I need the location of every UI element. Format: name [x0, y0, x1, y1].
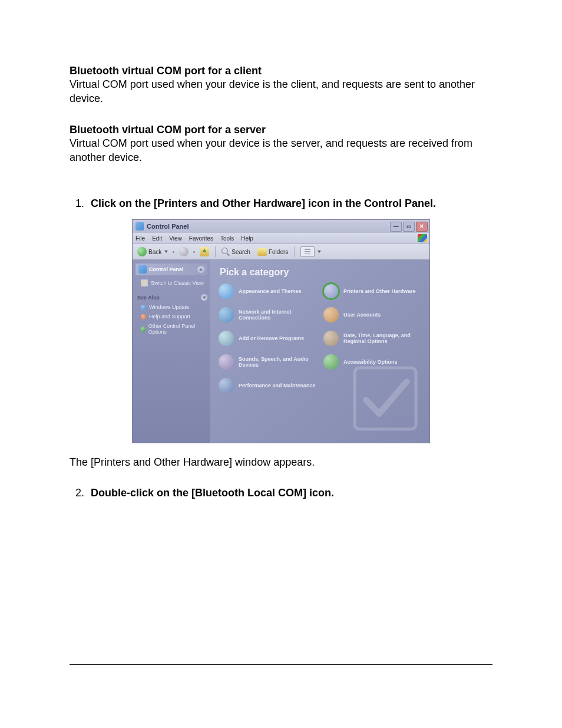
windows-update-icon — [141, 305, 146, 310]
category-add-remove-programs[interactable]: Add or Remove Programs — [219, 331, 319, 346]
sidebar: Control Panel Switch to Classic View See… — [133, 260, 210, 443]
toolbar-separator-dot — [173, 251, 174, 253]
category-sounds-speech-audio[interactable]: Sounds, Speech, and Audio Devices — [219, 354, 319, 370]
section-body-client: Virtual COM port used when your device i… — [70, 77, 492, 106]
back-button[interactable]: Back — [135, 246, 170, 258]
folders-label: Folders — [269, 249, 288, 255]
step-1-text: Click on the [Printers and Other Hardwar… — [91, 197, 436, 209]
menu-tools[interactable]: Tools — [220, 235, 234, 242]
category-performance-maintenance[interactable]: Performance and Maintenance — [219, 378, 319, 393]
footer-rule — [70, 664, 492, 665]
sidebar-item-label: Windows Update — [149, 304, 189, 310]
switch-view-label: Switch to Classic View — [151, 280, 204, 286]
date-time-icon — [323, 331, 339, 346]
toolbar: Back Search Folders — [133, 243, 429, 260]
collapse-icon[interactable] — [197, 266, 204, 273]
category-accessibility-options[interactable]: Accessibility Options — [323, 354, 424, 370]
performance-icon — [219, 378, 234, 393]
sidebar-item-label: Help and Support — [149, 314, 190, 319]
category-user-accounts[interactable]: User Accounts — [323, 307, 424, 322]
search-icon — [222, 248, 230, 256]
folders-button[interactable]: Folders — [255, 247, 290, 257]
network-icon — [219, 307, 234, 322]
section-heading-server: Bluetooth virtual COM port for a server — [70, 124, 492, 136]
category-label: Date, Time, Language, and Regional Optio… — [343, 332, 424, 344]
search-label: Search — [232, 249, 250, 255]
appearance-icon — [219, 284, 234, 299]
menu-favorites[interactable]: Favorites — [189, 235, 213, 242]
category-label: Sounds, Speech, and Audio Devices — [239, 356, 319, 368]
menubar: File Edit View Favorites Tools Help — [133, 233, 429, 243]
search-button[interactable]: Search — [219, 246, 253, 257]
control-panel-icon — [135, 222, 144, 230]
control-panel-window: Control Panel — ▭ ✕ File Edit View Favor… — [132, 219, 430, 443]
help-support-icon — [141, 314, 146, 319]
sidebar-header-label: Control Panel — [149, 266, 184, 272]
sidebar-switch-classic[interactable]: Switch to Classic View — [133, 278, 210, 288]
sidebar-see-also-header: See Also — [137, 294, 207, 301]
category-appearance-themes[interactable]: Appearance and Themes — [219, 284, 319, 299]
category-label: Printers and Other Hardware — [343, 288, 416, 294]
minimize-button[interactable]: — — [390, 222, 402, 232]
step-2: Double-click on the [Bluetooth Local COM… — [87, 487, 492, 499]
category-label: Appearance and Themes — [239, 288, 302, 294]
window-title: Control Panel — [147, 223, 189, 230]
add-remove-icon — [219, 331, 234, 346]
menu-edit[interactable]: Edit — [152, 235, 162, 242]
sidebar-item-label: Other Control Panel Options — [148, 323, 206, 335]
other-options-icon — [141, 327, 146, 332]
toolbar-separator — [215, 246, 216, 257]
close-button[interactable]: ✕ — [416, 222, 428, 232]
back-icon — [137, 247, 147, 256]
back-dropdown-icon — [164, 251, 168, 253]
forward-icon — [179, 247, 189, 256]
sidebar-item-help-support[interactable]: Help and Support — [133, 312, 210, 321]
category-printers-hardware[interactable]: Printers and Other Hardware — [323, 284, 424, 299]
menu-help[interactable]: Help — [241, 235, 253, 242]
sidebar-header-control-panel[interactable]: Control Panel — [135, 263, 207, 275]
category-date-time-language[interactable]: Date, Time, Language, and Regional Optio… — [323, 331, 424, 346]
sidebar-item-other-options[interactable]: Other Control Panel Options — [133, 321, 210, 337]
control-panel-small-icon — [138, 265, 147, 274]
step-2-text: Double-click on the [Bluetooth Local COM… — [91, 487, 334, 499]
titlebar: Control Panel — ▭ ✕ — [133, 220, 429, 233]
category-network-connections[interactable]: Network and Internet Connections — [219, 307, 319, 322]
up-icon — [200, 247, 209, 256]
views-icon — [300, 246, 315, 257]
views-button[interactable] — [298, 245, 323, 258]
toolbar-separator-dot — [193, 251, 195, 253]
maximize-button[interactable]: ▭ — [403, 222, 415, 232]
step-1-result: The [Printers and Other Hardware] window… — [70, 455, 492, 469]
see-also-label: See Also — [137, 295, 160, 301]
sidebar-item-windows-update[interactable]: Windows Update — [133, 302, 210, 312]
category-label: Add or Remove Programs — [239, 335, 304, 341]
forward-button[interactable] — [177, 246, 191, 258]
category-label: User Accounts — [343, 312, 381, 318]
back-label: Back — [148, 249, 161, 255]
switch-view-icon — [141, 279, 148, 286]
printers-hardware-icon — [323, 284, 339, 299]
section-heading-client: Bluetooth virtual COM port for a client — [70, 65, 492, 77]
category-label: Accessibility Options — [343, 359, 398, 365]
collapse-icon[interactable] — [201, 294, 207, 301]
step-1: Click on the [Printers and Other Hardwar… — [87, 197, 492, 210]
views-dropdown-icon — [318, 251, 321, 253]
section-body-server: Virtual COM port used when your device i… — [70, 136, 492, 165]
folders-icon — [257, 248, 267, 256]
category-label: Network and Internet Connections — [239, 309, 319, 321]
menu-view[interactable]: View — [169, 235, 182, 242]
up-button[interactable] — [197, 246, 211, 258]
toolbar-separator — [294, 246, 295, 257]
menu-file[interactable]: File — [135, 235, 145, 242]
content-pane: Pick a category Appearance and Themes Pr… — [210, 260, 429, 443]
accessibility-icon — [323, 354, 339, 370]
sounds-icon — [219, 354, 234, 370]
user-accounts-icon — [323, 307, 339, 322]
category-label: Performance and Maintenance — [239, 383, 316, 388]
windows-flag-icon — [418, 234, 427, 242]
pick-category-heading: Pick a category — [220, 267, 424, 278]
